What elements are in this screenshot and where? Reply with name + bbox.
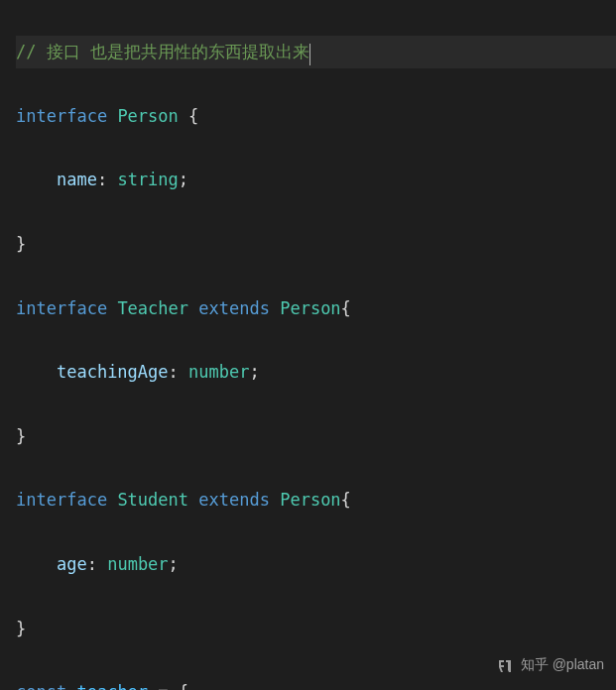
comment-text: // 接口 也是把共用性的东西提取出来: [16, 42, 309, 61]
property: name: [57, 170, 97, 189]
keyword: interface: [16, 106, 107, 126]
code-line: teachingAge: number;: [16, 356, 616, 388]
property: teachingAge: [57, 362, 169, 382]
text-cursor: [309, 44, 310, 65]
code-line: interface Student extends Person{: [16, 484, 616, 516]
keyword: const: [16, 682, 66, 690]
keyword: extends: [198, 298, 270, 318]
code-editor[interactable]: // 接口 也是把共用性的东西提取出来 interface Person { n…: [0, 0, 616, 690]
zhihu-logo-icon: [497, 658, 513, 674]
type-name: string: [117, 170, 178, 189]
brace: {: [341, 490, 351, 510]
code-line: }: [16, 420, 616, 452]
type-name: Person: [117, 106, 178, 126]
code-line: interface Person {: [16, 100, 616, 132]
type-name: Teacher: [117, 298, 188, 318]
brace: {: [188, 106, 198, 126]
keyword: interface: [16, 490, 107, 510]
variable: teacher: [76, 682, 148, 690]
keyword: interface: [16, 298, 107, 318]
watermark: 知乎 @platan: [497, 651, 604, 678]
type-name: Person: [280, 490, 340, 510]
type-name: number: [107, 554, 168, 574]
code-line: age: number;: [16, 548, 616, 580]
type-name: number: [188, 362, 249, 382]
brace: }: [16, 619, 26, 638]
watermark-handle: @platan: [553, 656, 604, 672]
code-line: const teacher = {: [16, 676, 616, 690]
type-name: Student: [117, 490, 188, 510]
keyword: extends: [198, 490, 270, 510]
brace: {: [179, 682, 188, 690]
property: age: [57, 554, 87, 574]
brace: }: [16, 426, 26, 446]
type-name: Person: [280, 298, 340, 318]
watermark-brand: 知乎: [521, 656, 549, 672]
code-line: }: [16, 613, 616, 644]
code-line: name: string;: [16, 164, 616, 195]
code-line: // 接口 也是把共用性的东西提取出来: [16, 36, 616, 67]
brace: }: [16, 234, 26, 254]
code-line: }: [16, 228, 616, 260]
brace: {: [341, 298, 351, 318]
code-line: interface Teacher extends Person{: [16, 292, 616, 324]
